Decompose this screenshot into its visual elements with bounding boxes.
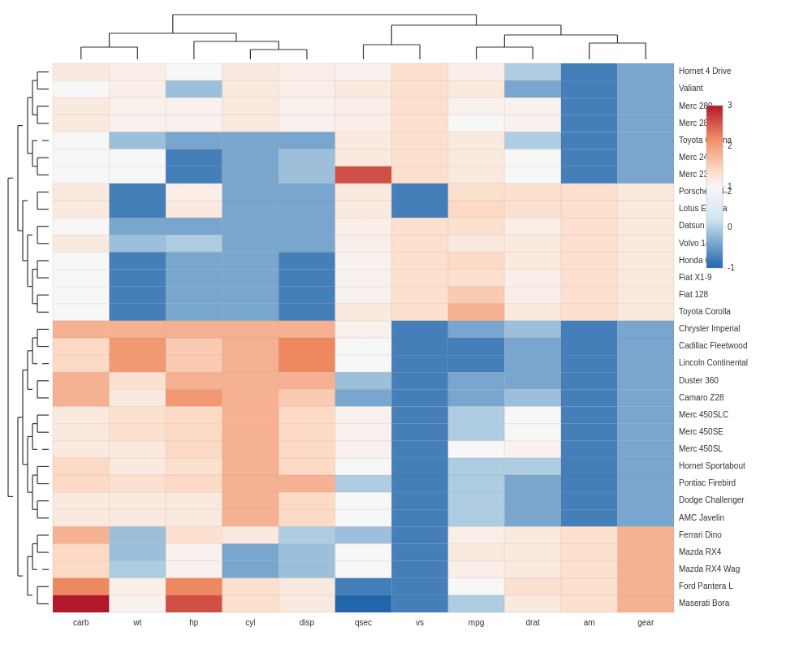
main-container: [0, 0, 812, 653]
heatmap-canvas: [0, 0, 812, 653]
